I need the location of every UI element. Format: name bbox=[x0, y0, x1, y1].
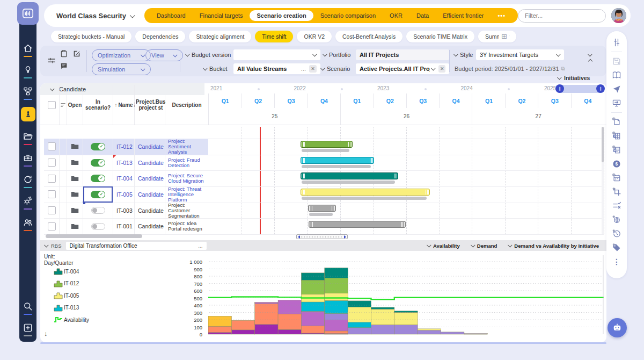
view-button[interactable]: View bbox=[145, 49, 183, 61]
gantt-bar-IT-013[interactable] bbox=[301, 157, 374, 164]
top-nav-item-efficient-frontier[interactable]: Efficient frontier bbox=[436, 10, 491, 21]
row-description-cell[interactable]: Project: Sentiment Analysis bbox=[165, 139, 208, 155]
assistant-chatbot-button[interactable] bbox=[608, 318, 627, 337]
filter-input[interactable] bbox=[518, 9, 606, 23]
timeline-handle-left[interactable]: ∥ bbox=[555, 84, 564, 93]
quarter-header-11[interactable]: Q4 bbox=[571, 93, 604, 108]
gantt-bar-IT-003[interactable] bbox=[308, 205, 336, 212]
row-status-cell[interactable]: Candidate bbox=[134, 170, 165, 186]
bottom-scrollbar[interactable] bbox=[40, 342, 606, 344]
row-checkbox[interactable] bbox=[48, 159, 56, 167]
scenario-select[interactable]: Active Projects.All IT Projec✕ bbox=[356, 63, 449, 74]
quarter-header-2[interactable]: Q3 bbox=[274, 93, 308, 108]
export-calendar-button[interactable] bbox=[612, 171, 621, 185]
row-description-cell[interactable]: Project: Fraud Detection bbox=[165, 155, 208, 171]
export-word-button[interactable] bbox=[612, 143, 621, 157]
sidebar-item-search[interactable] bbox=[19, 296, 36, 317]
save-button[interactable] bbox=[612, 54, 621, 68]
sidebar-item-hierarchy[interactable] bbox=[19, 81, 36, 102]
sync-globe-button[interactable] bbox=[612, 213, 621, 227]
in-scenario-toggle[interactable]: ✓ bbox=[91, 159, 105, 167]
top-nav-more-button[interactable]: ••• bbox=[491, 10, 513, 21]
workspace-chevron-icon[interactable] bbox=[130, 12, 135, 18]
project-status-column-header[interactable]: ⁞Project.Bus project st bbox=[134, 85, 165, 125]
row-status-cell[interactable]: Candidate bbox=[134, 203, 165, 219]
quarter-header-7[interactable]: Q4 bbox=[439, 93, 472, 108]
portfolio-label[interactable]: Portfolio bbox=[324, 52, 350, 58]
history-undo-button[interactable] bbox=[612, 227, 621, 241]
timeline-handle-right[interactable]: ∥ bbox=[596, 84, 605, 93]
quarter-header-0[interactable]: Q1 bbox=[208, 93, 241, 108]
top-nav-item-scenario-creation[interactable]: Scenario creation bbox=[250, 10, 313, 21]
row-checkbox[interactable] bbox=[48, 142, 56, 150]
checklist-button[interactable] bbox=[612, 199, 621, 213]
open-column-header[interactable]: Open bbox=[67, 85, 83, 125]
row-description-cell[interactable]: Project: Threat Intelligence Platform bbox=[165, 186, 208, 203]
sidebar-item-projects[interactable] bbox=[19, 126, 36, 147]
toolbar-collapse-button[interactable] bbox=[589, 53, 592, 63]
legend-item-it-005[interactable]: IT-005 bbox=[54, 292, 79, 299]
table-horizontal-scrollbar[interactable] bbox=[46, 234, 142, 238]
scroll-right-arrow-icon[interactable] bbox=[344, 235, 346, 239]
tab-time-shift[interactable]: Time shift bbox=[255, 31, 293, 42]
tab-strategic-buckets-manual[interactable]: Strategic buckets - Manual bbox=[51, 31, 131, 42]
gantt-scroll-widget[interactable] bbox=[296, 234, 348, 239]
tab-strategic-alignment[interactable]: Strategic alignment bbox=[189, 31, 251, 42]
top-nav-item-scenario-comparison[interactable]: Scenario comparison bbox=[313, 10, 383, 21]
open-folder-icon[interactable] bbox=[71, 223, 79, 230]
budget-version-select[interactable] bbox=[233, 49, 320, 60]
description-column-header[interactable]: Description bbox=[165, 85, 208, 125]
quarter-header-6[interactable]: Q3 bbox=[406, 93, 440, 108]
quarter-header-3[interactable]: Q4 bbox=[307, 93, 340, 108]
export-excel-button[interactable] bbox=[612, 129, 621, 143]
open-folder-icon[interactable] bbox=[71, 207, 79, 214]
bucket-select[interactable]: All Value Streams...✕ bbox=[233, 63, 320, 74]
clipboard-icon[interactable] bbox=[60, 49, 68, 58]
bucket-clear-button[interactable]: ✕ bbox=[309, 65, 317, 73]
edit-icon[interactable] bbox=[72, 49, 81, 58]
quarter-header-5[interactable]: Q2 bbox=[373, 93, 406, 108]
tab-cost-benefit-analysis[interactable]: Cost-Benefit Analysis bbox=[335, 31, 402, 42]
portfolio-value[interactable]: All IT Projects bbox=[356, 49, 449, 60]
rbs-panel-demand-vs-availability-by-initiative[interactable]: Demand vs Availability by Initiative bbox=[509, 243, 599, 249]
legend-item-it-012[interactable]: IT-012 bbox=[54, 280, 79, 287]
sidebar-item-settings[interactable] bbox=[19, 190, 36, 212]
row-checkbox[interactable] bbox=[48, 222, 56, 231]
rbs-panel-availability[interactable]: Availability bbox=[428, 243, 460, 249]
gantt-bar-IT-004[interactable] bbox=[301, 172, 398, 179]
app-logo[interactable] bbox=[17, 2, 39, 25]
row-status-cell[interactable]: Candidate bbox=[134, 186, 165, 203]
manual-button[interactable] bbox=[612, 68, 621, 82]
row-name-cell[interactable]: IT-004 bbox=[113, 170, 134, 186]
tab-okr-v2[interactable]: OKR V2 bbox=[297, 31, 332, 42]
row-checkbox[interactable] bbox=[48, 206, 56, 214]
sidebar-item-ideas[interactable] bbox=[19, 59, 36, 81]
open-folder-icon[interactable] bbox=[71, 143, 79, 150]
in-scenario-column-header[interactable]: In scenario? bbox=[83, 85, 113, 125]
currency-button[interactable]: $ bbox=[612, 157, 621, 171]
optimization-button[interactable]: Optimization bbox=[92, 49, 151, 61]
top-nav-item-okr[interactable]: OKR bbox=[383, 10, 409, 21]
more-options-button[interactable]: ⋮ bbox=[613, 255, 620, 269]
quarter-header-10[interactable]: Q3 bbox=[538, 93, 571, 108]
scroll-left-arrow-icon[interactable] bbox=[298, 235, 300, 239]
quarter-header-1[interactable]: Q2 bbox=[241, 93, 274, 108]
row-name-cell[interactable]: IT-013 bbox=[113, 155, 134, 171]
open-folder-icon[interactable] bbox=[71, 191, 79, 198]
legend-item-availability[interactable]: Availability bbox=[54, 316, 89, 323]
sidebar-item-lifecycle[interactable] bbox=[19, 169, 36, 190]
sidebar-item-add[interactable] bbox=[19, 317, 36, 339]
select-all-checkbox[interactable] bbox=[48, 101, 56, 109]
simulation-button[interactable]: Simulation bbox=[92, 63, 151, 75]
gantt-bar-IT-005[interactable] bbox=[301, 189, 430, 196]
gantt-bar-IT-012[interactable] bbox=[301, 141, 353, 148]
row-description-cell[interactable]: Project: Secure Cloud Migration bbox=[165, 170, 208, 186]
bucket-label[interactable]: Bucket bbox=[204, 66, 228, 72]
legend-item-it-013[interactable]: IT-013 bbox=[54, 304, 79, 312]
in-scenario-toggle[interactable]: ✓ bbox=[91, 143, 105, 150]
row-name-cell[interactable]: IT-001 bbox=[113, 219, 134, 235]
row-status-cell[interactable]: Candidate bbox=[134, 219, 165, 235]
export-pdf-button[interactable] bbox=[612, 115, 621, 129]
top-nav-item-dashboard[interactable]: Dashboard bbox=[150, 10, 193, 21]
initiatives-section-toggle[interactable]: Initiatives bbox=[558, 75, 590, 81]
